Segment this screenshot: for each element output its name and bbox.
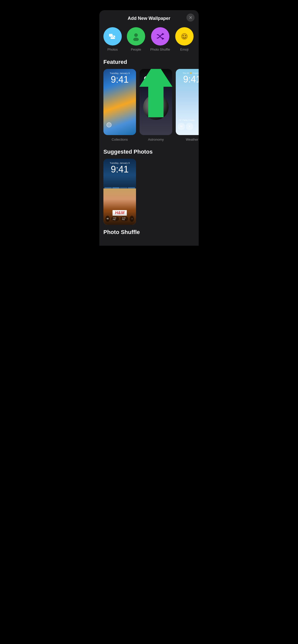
- weather-overlay: Thu 22 ☀️ Cupertino 9:41: [176, 69, 199, 85]
- person-icon: [131, 32, 141, 41]
- emoji-label: Emoji: [180, 48, 189, 52]
- svg-point-2: [113, 35, 114, 36]
- collections-time: 9:41: [105, 75, 134, 84]
- weather-featured-label: Weather: [186, 138, 198, 141]
- emoji-icon-circle: [175, 27, 194, 46]
- astronomy-time: 9:: [142, 75, 170, 85]
- svg-point-8: [185, 35, 186, 36]
- weather-temp-text: 72° Partly Cloudy: [178, 119, 199, 122]
- widget-1: 42: [105, 216, 110, 222]
- svg-point-5: [181, 33, 188, 40]
- widget-3: 2:23 PM: [120, 216, 128, 221]
- sheet-header: Add New Wallpaper: [99, 10, 199, 25]
- suggested-building[interactable]: H&M Tuesday, January 9 9:41 42 7:32 PM 2…: [103, 159, 136, 225]
- type-photos[interactable]: Photos: [103, 27, 122, 52]
- suggested-photos-row: H&M Tuesday, January 9 9:41 42 7:32 PM 2…: [103, 159, 195, 225]
- people-icon-circle: [127, 27, 145, 46]
- nav-dot: [106, 122, 112, 127]
- featured-astronomy[interactable]: Thu 22 🌑 9: Astronomy: [140, 69, 172, 141]
- featured-scroll: Tuesday, January 9 9:41 Collections Thu …: [99, 69, 199, 147]
- weather-time: 9:41: [178, 75, 199, 84]
- suggested-widgets: 42 7:32 PM 2:23 PM →: [105, 216, 134, 222]
- weather-badge-2: 6: [186, 123, 193, 130]
- status-bar: [99, 0, 199, 10]
- sheet-title: Add New Wallpaper: [128, 16, 170, 21]
- photo-shuffle-label: Photo Shuffle: [150, 48, 170, 52]
- collections-label: Collections: [112, 138, 128, 141]
- shuffle-icon: [156, 32, 165, 41]
- shuffle-icon-circle: [151, 27, 169, 46]
- weather-badge-1: 42: [178, 123, 185, 130]
- featured-weather[interactable]: Thu 22 ☀️ Cupertino 9:41 72° Partly Clou…: [176, 69, 199, 141]
- wallpaper-sheet: Add New Wallpaper Photos: [99, 10, 199, 246]
- featured-section-title: Featured: [99, 57, 199, 69]
- widget-2: 7:32 PM: [111, 216, 119, 221]
- weather-widgets: 72° Partly Cloudy 42 6: [178, 119, 199, 130]
- suggested-photos-title: Suggested Photos: [99, 147, 199, 159]
- astronomy-overlay: Thu 22 🌑 9:: [140, 69, 172, 86]
- type-emoji[interactable]: Emoji: [175, 27, 194, 52]
- wallpaper-types-row: Photos People Photo Shuffle: [99, 25, 199, 57]
- astronomy-label: Astronomy: [148, 138, 164, 141]
- svg-point-7: [183, 35, 184, 36]
- close-button[interactable]: [186, 13, 195, 22]
- collection-nav: [106, 122, 112, 127]
- collections-preview: Tuesday, January 9 9:41: [103, 69, 136, 135]
- weather-widget-row: 42 6: [178, 123, 199, 130]
- weather-preview: Thu 22 ☀️ Cupertino 9:41 72° Partly Clou…: [176, 69, 199, 135]
- svg-point-3: [134, 33, 138, 37]
- widget-4: →: [130, 216, 134, 222]
- photos-icon-circle: [103, 27, 122, 46]
- astronomy-date: Thu 22 🌑: [142, 72, 170, 75]
- building-preview: H&M Tuesday, January 9 9:41 42 7:32 PM 2…: [103, 159, 136, 225]
- photo-shuffle-section-title: Photo Shuffle: [99, 225, 199, 236]
- collections-overlay: Tuesday, January 9 9:41: [103, 69, 136, 86]
- photos-icon: [108, 32, 117, 41]
- astronomy-preview: Thu 22 🌑 9:: [140, 69, 172, 135]
- photos-label: Photos: [107, 48, 118, 52]
- emoji-icon: [180, 32, 189, 41]
- featured-collections[interactable]: Tuesday, January 9 9:41 Collections: [103, 69, 136, 141]
- type-people[interactable]: People: [127, 27, 145, 52]
- moon-graphic: [143, 94, 169, 120]
- people-label: People: [131, 48, 141, 52]
- type-photo-shuffle[interactable]: Photo Shuffle: [150, 27, 170, 52]
- svg-point-4: [133, 38, 139, 41]
- suggested-time: 9:41: [105, 165, 134, 174]
- suggested-overlay: Tuesday, January 9 9:41: [103, 159, 136, 175]
- suggested-photos-section: H&M Tuesday, January 9 9:41 42 7:32 PM 2…: [99, 159, 199, 225]
